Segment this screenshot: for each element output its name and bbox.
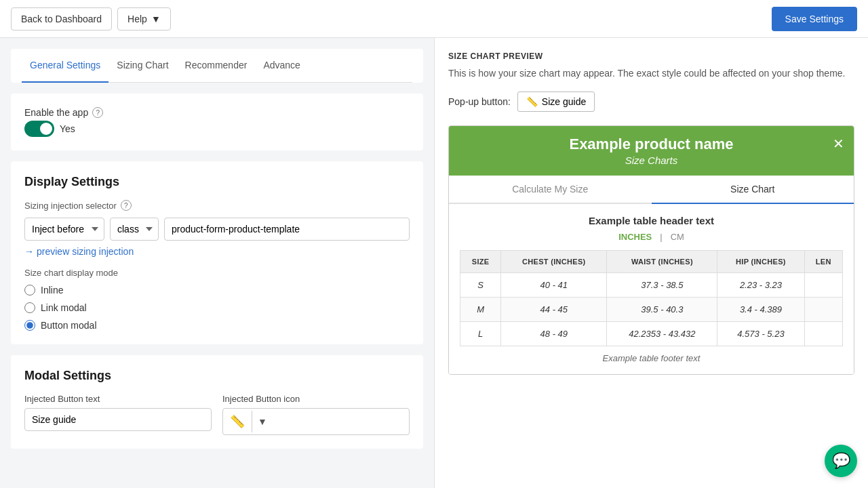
- left-panel: General Settings Sizing Chart Recommende…: [0, 38, 434, 488]
- cell-chest-m: 44 - 45: [501, 298, 607, 322]
- preview-sizing-link[interactable]: → preview sizing injection: [24, 246, 410, 257]
- size-table: SIZE CHEST (INCHES) WAIST (INCHES) HIP (…: [460, 250, 843, 346]
- col-len: LEN: [804, 251, 842, 273]
- unit-inches[interactable]: INCHES: [618, 232, 652, 242]
- cell-waist-s: 37.3 - 38.5: [607, 273, 717, 298]
- injection-selector-label: Sizing injection selector ?: [24, 200, 410, 211]
- radio-button-modal[interactable]: Button modal: [24, 320, 410, 331]
- save-settings-button[interactable]: Save Settings: [772, 7, 857, 31]
- display-mode-group: Inline Link modal Button modal: [24, 285, 410, 331]
- icon-select-wrap: 📏 ▼: [222, 408, 410, 435]
- enable-toggle[interactable]: [24, 121, 54, 137]
- table-body: S 40 - 41 37.3 - 38.5 2.23 - 3.23 M 44 -…: [460, 273, 843, 346]
- radio-inline-input[interactable]: [24, 285, 35, 296]
- enable-app-row: Enable the app ?: [24, 107, 410, 118]
- enable-toggle-wrap: Yes: [24, 121, 410, 137]
- cell-hip-s: 2.23 - 3.23: [717, 273, 804, 298]
- cell-size-m: M: [460, 298, 501, 322]
- size-chart-modal-preview: Example product name Size Charts ✕ Calcu…: [448, 125, 854, 375]
- display-settings-title: Display Settings: [24, 175, 410, 189]
- cell-len-s: [804, 273, 842, 298]
- ruler-icon: 📏: [526, 96, 538, 107]
- enable-help-icon[interactable]: ?: [92, 107, 103, 118]
- icon-preview: 📏: [223, 409, 252, 434]
- radio-button-modal-input[interactable]: [24, 320, 35, 331]
- preview-section-title: SIZE CHART PREVIEW: [448, 52, 854, 61]
- radio-link-modal-label: Link modal: [41, 302, 87, 313]
- header-left: Back to Dashboard Help ▼: [11, 7, 171, 30]
- tab-recommender[interactable]: Recommender: [177, 49, 256, 83]
- injected-row: Injected Button text Injected Button ico…: [24, 394, 410, 435]
- inject-selector-input[interactable]: [164, 218, 410, 241]
- injected-button-icon-field: Injected Button icon 📏 ▼: [222, 394, 410, 435]
- table-row: S 40 - 41 37.3 - 38.5 2.23 - 3.23: [460, 273, 843, 298]
- chart-content: Example table header text INCHES | CM SI…: [449, 204, 854, 374]
- cell-size-l: L: [460, 322, 501, 346]
- radio-link-modal[interactable]: Link modal: [24, 302, 410, 313]
- cell-chest-s: 40 - 41: [501, 273, 607, 298]
- radio-inline-label: Inline: [41, 285, 63, 296]
- cell-size-s: S: [460, 273, 501, 298]
- table-row: L 48 - 49 42.2353 - 43.432 4.573 - 5.23: [460, 322, 843, 346]
- table-header-row: SIZE CHEST (INCHES) WAIST (INCHES) HIP (…: [460, 251, 843, 273]
- display-mode-label: Size chart display mode: [24, 268, 410, 278]
- chart-footer: Example table footer text: [460, 353, 843, 363]
- unit-cm[interactable]: CM: [671, 232, 684, 242]
- back-to-dashboard-button[interactable]: Back to Dashboard: [11, 7, 112, 30]
- popup-size-guide-button[interactable]: 📏 Size guide: [517, 92, 595, 112]
- tab-general-settings[interactable]: General Settings: [22, 49, 108, 83]
- radio-link-modal-input[interactable]: [24, 302, 35, 313]
- help-button[interactable]: Help ▼: [117, 7, 171, 30]
- modal-header: Example product name Size Charts ✕: [449, 126, 854, 176]
- col-waist: WAIST (INCHES): [607, 251, 717, 273]
- enable-status-label: Yes: [60, 123, 75, 134]
- popup-button-label: Pop-up button:: [448, 96, 511, 107]
- help-label: Help: [127, 14, 147, 24]
- inject-position-select[interactable]: Inject before Inject after: [24, 218, 104, 241]
- popup-button-row: Pop-up button: 📏 Size guide: [448, 92, 854, 112]
- tab-bar: General Settings Sizing Chart Recommende…: [22, 49, 412, 83]
- unit-toggle: INCHES | CM: [460, 232, 843, 242]
- col-chest: CHEST (INCHES): [501, 251, 607, 273]
- modal-tab-calculate[interactable]: Calculate My Size: [449, 176, 652, 204]
- cell-chest-l: 48 - 49: [501, 322, 607, 346]
- inject-selector-row: Inject before Inject after class id: [24, 218, 410, 241]
- injection-help-icon[interactable]: ?: [121, 200, 132, 211]
- cell-len-m: [804, 298, 842, 322]
- popup-button-text: Size guide: [542, 96, 586, 107]
- chat-fab-button[interactable]: 💬: [825, 445, 857, 477]
- tab-advance[interactable]: Advance: [255, 49, 308, 83]
- cell-hip-l: 4.573 - 5.23: [717, 322, 804, 346]
- arrow-right-icon: →: [24, 246, 34, 257]
- table-row: M 44 - 45 39.5 - 40.3 3.4 - 4.389: [460, 298, 843, 322]
- tab-sizing-chart[interactable]: Sizing Chart: [108, 49, 176, 83]
- radio-inline[interactable]: Inline: [24, 285, 410, 296]
- modal-settings-card: Modal Settings Injected Button text Inje…: [11, 355, 423, 449]
- modal-settings-title: Modal Settings: [24, 369, 410, 383]
- preview-description: This is how your size chart may appear. …: [448, 66, 854, 81]
- enable-app-label: Enable the app ?: [24, 107, 103, 118]
- modal-product-name: Example product name: [462, 136, 840, 153]
- chart-table-title: Example table header text: [460, 215, 843, 226]
- chevron-down-icon: ▼: [151, 14, 161, 24]
- injected-button-text-input[interactable]: [24, 408, 212, 431]
- modal-close-button[interactable]: ✕: [833, 136, 844, 152]
- app-header: Back to Dashboard Help ▼ Save Settings: [0, 0, 868, 38]
- unit-divider: |: [660, 232, 662, 242]
- injected-button-text-label: Injected Button text: [24, 394, 212, 404]
- modal-subtitle: Size Charts: [462, 155, 840, 166]
- cell-hip-m: 3.4 - 4.389: [717, 298, 804, 322]
- injected-button-text-field: Injected Button text: [24, 394, 212, 431]
- inject-type-select[interactable]: class id: [110, 218, 159, 241]
- right-panel: SIZE CHART PREVIEW This is how your size…: [434, 38, 868, 488]
- main-layout: General Settings Sizing Chart Recommende…: [0, 38, 868, 488]
- modal-tab-size-chart[interactable]: Size Chart: [652, 176, 854, 204]
- preview-link-text: preview sizing injection: [37, 246, 134, 257]
- cell-waist-m: 39.5 - 40.3: [607, 298, 717, 322]
- chat-icon: 💬: [832, 452, 850, 470]
- injected-button-icon-label: Injected Button icon: [222, 394, 410, 404]
- modal-tabs: Calculate My Size Size Chart: [449, 176, 854, 204]
- display-settings-card: Display Settings Sizing injection select…: [11, 161, 423, 344]
- icon-chevron-button[interactable]: ▼: [252, 411, 273, 432]
- enable-app-card: Enable the app ? Yes: [11, 94, 423, 150]
